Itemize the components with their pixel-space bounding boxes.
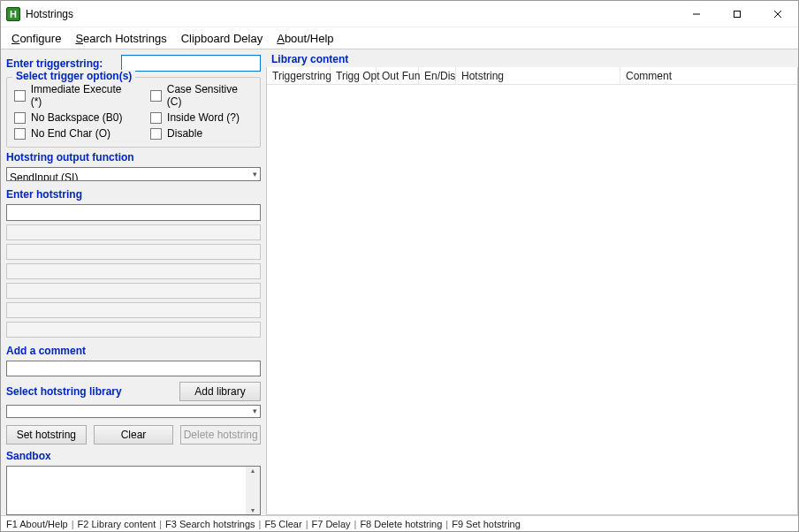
left-pane: Enter triggerstring: Select trigger opti… — [1, 49, 266, 515]
close-icon — [773, 10, 782, 19]
hotstring-input-7[interactable] — [6, 322, 261, 338]
maximize-button[interactable] — [717, 1, 757, 27]
app-window: H Hotstrings Configure Search Hotstrings… — [0, 0, 799, 532]
enter-trigger-label: Enter triggerstring: — [6, 57, 114, 70]
hotstring-input-1[interactable] — [6, 204, 261, 221]
right-pane: Library content Triggerstring Trigg Opt … — [266, 49, 798, 515]
col-trigopt[interactable]: Trigg Opt — [331, 67, 377, 84]
menu-search[interactable]: Search Hotstrings — [68, 29, 173, 48]
title-bar: H Hotstrings — [1, 1, 798, 27]
status-f9: F9 Set hotstring — [452, 519, 521, 529]
checkbox-icon — [14, 128, 26, 140]
scrollbar[interactable]: ▴ ▾ — [246, 467, 260, 514]
chk-case-sensitive[interactable]: Case Sensitive (C) — [150, 83, 253, 108]
col-triggerstring[interactable]: Triggerstring — [267, 67, 331, 84]
maximize-icon — [733, 10, 742, 19]
menu-configure-label: onfigure — [19, 32, 61, 45]
status-f2: F2 Library content — [78, 519, 156, 529]
scroll-down-icon: ▾ — [251, 506, 255, 514]
delete-hotstring-button[interactable]: Delete hotstring — [180, 425, 261, 445]
menu-about[interactable]: About/Help — [270, 29, 340, 48]
chk-inside-word[interactable]: Inside Word (?) — [150, 111, 253, 124]
table-header: Triggerstring Trigg Opt Out Fun En/Dis H… — [267, 67, 797, 85]
checkbox-icon — [150, 90, 162, 102]
scroll-up-icon: ▴ — [251, 467, 255, 475]
library-content-label: Library content — [266, 49, 798, 67]
app-icon: H — [6, 7, 20, 21]
status-f5: F5 Clear — [264, 519, 301, 529]
hotstring-input-5[interactable] — [6, 283, 261, 299]
comment-input[interactable] — [6, 361, 261, 376]
checkbox-icon — [150, 128, 162, 140]
status-f8: F8 Delete hotstring — [360, 519, 442, 529]
chk-disable[interactable]: Disable — [150, 127, 253, 140]
close-button[interactable] — [757, 1, 798, 27]
sandbox-textarea[interactable]: ▴ ▾ — [6, 466, 261, 515]
enter-hotstring-label: Enter hotstring — [6, 188, 261, 201]
hotstring-input-6[interactable] — [6, 302, 261, 318]
clear-button[interactable]: Clear — [94, 425, 174, 445]
col-comment[interactable]: Comment — [620, 67, 797, 84]
menu-bar: Configure Search Hotstrings Clipboard De… — [1, 27, 798, 49]
sandbox-label: Sandbox — [6, 450, 261, 462]
hotstring-input-4[interactable] — [6, 263, 261, 279]
status-f1: F1 About/Help — [6, 519, 68, 529]
chevron-down-icon: ▾ — [253, 407, 257, 415]
output-function-label: Hotstring output function — [6, 151, 261, 163]
col-hotstring[interactable]: Hotstring — [456, 67, 620, 84]
menu-about-label: bout/Help — [285, 32, 334, 45]
chk-no-backspace[interactable]: No Backspace (B0) — [14, 111, 133, 124]
col-outfun[interactable]: Out Fun — [377, 67, 419, 84]
chevron-down-icon: ▾ — [253, 170, 257, 179]
minimize-icon — [692, 10, 701, 19]
output-function-select[interactable]: SendInput (SI) ▾ — [6, 167, 261, 181]
main-body: Enter triggerstring: Select trigger opti… — [1, 49, 798, 515]
status-f3: F3 Search hotstrings — [165, 519, 255, 529]
checkbox-icon — [14, 90, 26, 102]
minimize-button[interactable] — [676, 1, 717, 27]
add-library-button[interactable]: Add library — [179, 382, 261, 401]
comment-label: Add a comment — [6, 345, 261, 357]
set-hotstring-button[interactable]: Set hotstring — [6, 425, 87, 445]
menu-configure[interactable]: Configure — [4, 29, 68, 48]
hotstring-input-3[interactable] — [6, 244, 261, 260]
checkbox-icon — [150, 112, 162, 124]
col-endis[interactable]: En/Dis — [419, 67, 456, 84]
status-bar: F1 About/Help| F2 Library content| F3 Se… — [1, 515, 798, 531]
hotstring-input-2[interactable] — [6, 224, 261, 240]
menu-clipboard[interactable]: Clipboard Delay — [174, 29, 270, 48]
chk-immediate-execute[interactable]: Immediate Execute (*) — [14, 83, 133, 108]
trigger-options-group: Select trigger option(s) Immediate Execu… — [6, 77, 261, 148]
trigger-options-legend: Select trigger option(s) — [12, 70, 135, 82]
library-table[interactable]: Triggerstring Trigg Opt Out Fun En/Dis H… — [266, 67, 798, 515]
chk-no-end-char[interactable]: No End Char (O) — [14, 127, 133, 140]
menu-search-label: earch Hotstrings — [83, 32, 167, 45]
library-select[interactable]: ▾ — [6, 405, 261, 419]
library-label: Select hotstring library — [6, 385, 172, 398]
hotstring-lines — [6, 204, 261, 338]
output-function-value: SendInput (SI) — [10, 171, 78, 181]
window-title: Hotstrings — [26, 8, 73, 20]
checkbox-icon — [14, 112, 26, 124]
svg-rect-1 — [734, 11, 741, 17]
triggerstring-input[interactable] — [121, 55, 261, 72]
status-f7: F7 Delay — [312, 519, 351, 529]
